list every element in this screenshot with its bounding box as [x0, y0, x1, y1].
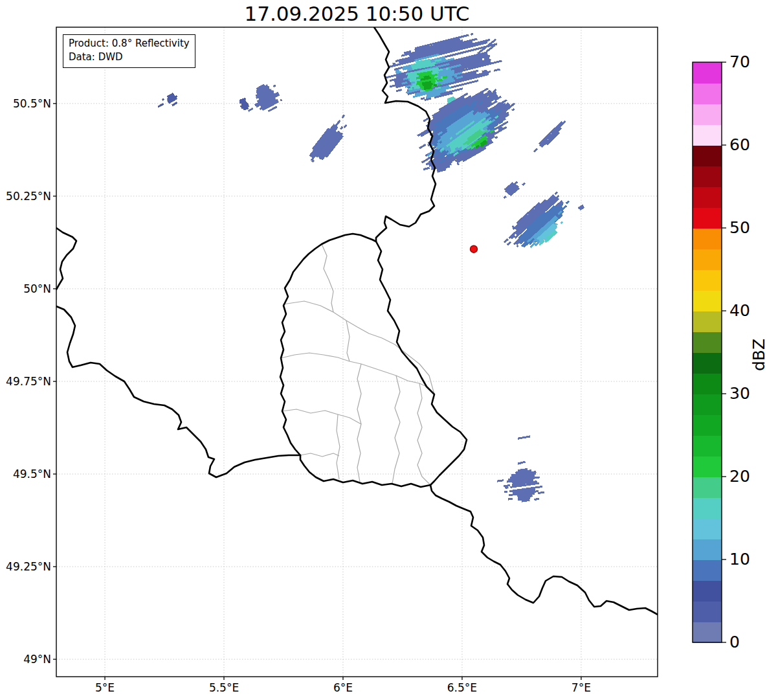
marker-layer: [470, 245, 477, 253]
colorbar-segment: [693, 559, 722, 581]
france-germany-border: [430, 485, 658, 615]
x-tick-label-4: 7°E: [552, 681, 610, 695]
colorbar-segment: [693, 580, 722, 602]
radar-bin: [340, 126, 343, 130]
radar-bin: [172, 102, 177, 106]
colorbar-segment: [693, 207, 722, 229]
colorbar-segment: [693, 435, 722, 457]
radar-bin: [457, 163, 460, 165]
radar-bin: [560, 221, 563, 224]
radar-bin: [273, 84, 276, 87]
radar-bin: [495, 136, 498, 139]
radar-bin: [516, 245, 518, 247]
colorbar-tick-label-6: 60: [729, 135, 750, 155]
colorbar-segment: [693, 456, 722, 477]
colorbar-tick-label-3: 30: [729, 384, 750, 403]
colorbar-segment: [693, 124, 722, 146]
colorbar-tick-label-7: 70: [729, 52, 750, 72]
info-box-source-line: Data: DWD: [69, 51, 190, 64]
radar-bin: [508, 498, 513, 501]
radar-echo-ne-streak2: [532, 119, 569, 155]
x-tick-label-0: 5°E: [76, 681, 134, 695]
x-tick-label-3: 6.5°E: [433, 681, 491, 695]
location-marker-dot: [470, 245, 477, 253]
colorbar-tick-label-5: 50: [729, 218, 750, 238]
canton-border-line: [322, 244, 333, 312]
colorbar-segment: [693, 249, 722, 270]
colorbar-tick-label-2: 20: [729, 467, 750, 486]
radar-bin: [566, 200, 570, 204]
info-box: Product: 0.8° Reflectivity Data: DWD: [63, 34, 195, 68]
colorbar-segment: [693, 539, 722, 560]
colorbar: [693, 62, 726, 643]
colorbar-tick-label-0: 0: [729, 633, 740, 652]
colorbar-segment: [693, 332, 722, 353]
y-tick-label-5: 49.25°N: [0, 559, 51, 574]
x-tick-label-2: 6°E: [314, 681, 372, 695]
radar-bin: [504, 196, 507, 199]
radar-bin: [343, 124, 347, 129]
radar-bin: [511, 108, 515, 111]
radar-bin: [157, 103, 164, 108]
canton-border-line: [346, 321, 350, 361]
canton-border-line: [337, 414, 340, 479]
radar-bin: [471, 33, 474, 36]
colorbar-segment: [693, 352, 722, 374]
radar-bin: [423, 167, 430, 170]
y-tick-label-6: 49°N: [0, 652, 51, 666]
radar-echo-east-speckle1: [500, 176, 526, 200]
canton-border-line: [392, 376, 400, 484]
radar-echo-east-speckle2: [578, 205, 585, 211]
colorbar-segment: [693, 622, 722, 643]
radar-echo-south-patch-dash2: [517, 461, 525, 465]
colorbar-segment: [693, 62, 722, 84]
radar-echoes: [155, 28, 584, 505]
radar-echo-south-patch: [496, 466, 545, 505]
page-title: 17.09.2025 10:50 UTC: [56, 2, 658, 25]
y-tick-label-4: 49.5°N: [0, 467, 51, 481]
radar-bin: [494, 68, 500, 71]
france-belgium-border-a: [56, 228, 76, 289]
colorbar-segment: [693, 145, 722, 166]
colorbar-segment: [693, 601, 722, 622]
radar-bin: [539, 120, 566, 146]
canton-border-line: [300, 453, 339, 457]
radar-bin: [421, 97, 425, 100]
radar-bin: [341, 115, 345, 119]
radar-bin: [522, 182, 526, 186]
france-belgium-border-b: [56, 306, 300, 477]
radar-echo-nw-dash: [238, 97, 250, 111]
radar-bin: [541, 128, 562, 148]
colorbar-unit-label: dBZ: [750, 322, 769, 387]
radar-echo-south-patch-dash1: [518, 435, 530, 439]
canton-borders: [281, 244, 434, 485]
radar-figure: 17.09.2025 10:50 UTC Product: 0.8° Refle…: [0, 0, 778, 700]
radar-bin: [517, 461, 525, 465]
y-tick-label-0: 50.5°N: [0, 96, 51, 111]
map-canvas: [0, 0, 778, 700]
radar-bin: [534, 498, 539, 501]
colorbar-segment: [693, 373, 722, 394]
radar-bin: [504, 491, 507, 493]
y-tick-label-2: 50°N: [0, 282, 51, 296]
colorbar-segment: [693, 518, 722, 539]
gridlines: [56, 27, 658, 677]
info-box-product-line: Product: 0.8° Reflectivity: [69, 37, 190, 51]
radar-echo-west-streak: [306, 112, 354, 168]
radar-echo-west-dash: [155, 92, 180, 113]
y-tick-label-1: 50.25°N: [0, 189, 51, 203]
x-tick-label-1: 5.5°E: [195, 681, 253, 695]
radar-bin: [504, 238, 509, 243]
radar-bin: [497, 479, 504, 482]
colorbar-segment: [693, 311, 722, 332]
colorbar-segment: [693, 186, 722, 208]
radar-bin: [419, 144, 426, 149]
colorbar-segment: [693, 104, 722, 125]
colorbar-segment: [693, 166, 722, 187]
radar-bin: [533, 148, 538, 153]
colorbar-tick-label-1: 10: [729, 550, 750, 569]
colorbar-segment: [693, 269, 722, 291]
radar-echo-nw-clump: [241, 79, 285, 120]
radar-bin: [396, 89, 402, 92]
colorbar-segment: [693, 497, 722, 519]
